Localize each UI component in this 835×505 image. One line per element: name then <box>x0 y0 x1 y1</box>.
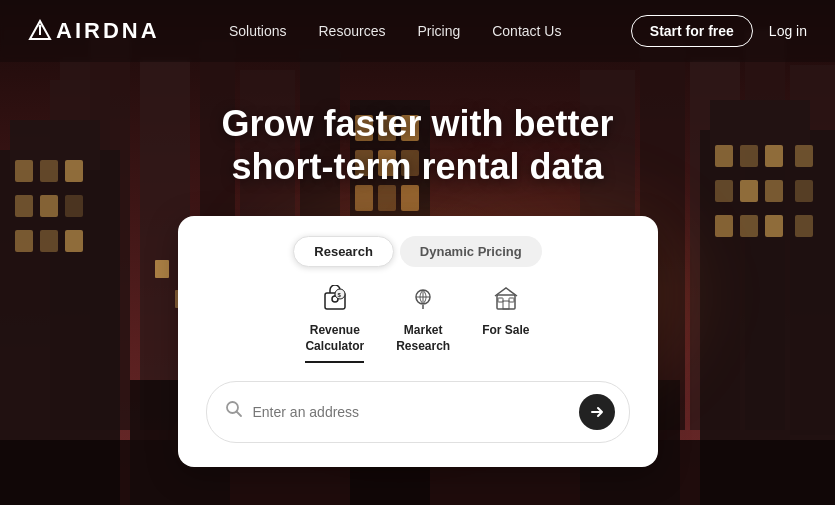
arrow-right-icon <box>589 404 605 420</box>
hero-title-line1: Grow faster with better <box>221 103 613 144</box>
nav-links: Solutions Resources Pricing Contact Us <box>160 23 631 39</box>
tool-market-research[interactable]: MarketResearch <box>396 285 450 362</box>
tool-market-label: MarketResearch <box>396 323 450 354</box>
nav-resources[interactable]: Resources <box>319 23 386 39</box>
nav-contact[interactable]: Contact Us <box>492 23 561 39</box>
tab-dynamic-pricing[interactable]: Dynamic Pricing <box>400 236 542 267</box>
svg-line-77 <box>236 412 241 417</box>
search-card: Research Dynamic Pricing $ <box>178 216 658 466</box>
logo[interactable]: AIRDNA <box>28 18 160 44</box>
hero-background: AIRDNA Solutions Resources Pricing Conta… <box>0 0 835 505</box>
tool-revenue-calculator[interactable]: $ RevenueCalculator <box>305 285 364 362</box>
tab-row: Research Dynamic Pricing <box>206 236 630 267</box>
login-button[interactable]: Log in <box>769 23 807 39</box>
tool-for-sale[interactable]: For Sale <box>482 285 529 362</box>
svg-rect-74 <box>498 298 503 302</box>
search-icon <box>225 400 243 423</box>
market-research-icon <box>410 285 436 317</box>
hero-title: Grow faster with better short-term renta… <box>221 102 613 188</box>
hero-content: Grow faster with better short-term renta… <box>0 62 835 467</box>
nav-solutions[interactable]: Solutions <box>229 23 287 39</box>
logo-icon <box>28 19 52 43</box>
nav-pricing[interactable]: Pricing <box>417 23 460 39</box>
svg-point-63 <box>39 25 42 28</box>
tool-for-sale-label: For Sale <box>482 323 529 339</box>
revenue-calculator-icon: $ <box>322 285 348 317</box>
nav-actions: Start for free Log in <box>631 15 807 47</box>
search-bar <box>206 381 630 443</box>
tool-row: $ RevenueCalculator <box>206 285 630 362</box>
logo-text: AIRDNA <box>56 18 160 44</box>
svg-rect-75 <box>509 298 514 302</box>
search-submit-button[interactable] <box>579 394 615 430</box>
hero-title-line2: short-term rental data <box>231 146 603 187</box>
svg-rect-73 <box>503 301 509 309</box>
tab-research[interactable]: Research <box>293 236 394 267</box>
start-free-button[interactable]: Start for free <box>631 15 753 47</box>
for-sale-icon <box>493 285 519 317</box>
navbar: AIRDNA Solutions Resources Pricing Conta… <box>0 0 835 62</box>
address-search-input[interactable] <box>253 404 579 420</box>
tool-revenue-label: RevenueCalculator <box>305 323 364 354</box>
